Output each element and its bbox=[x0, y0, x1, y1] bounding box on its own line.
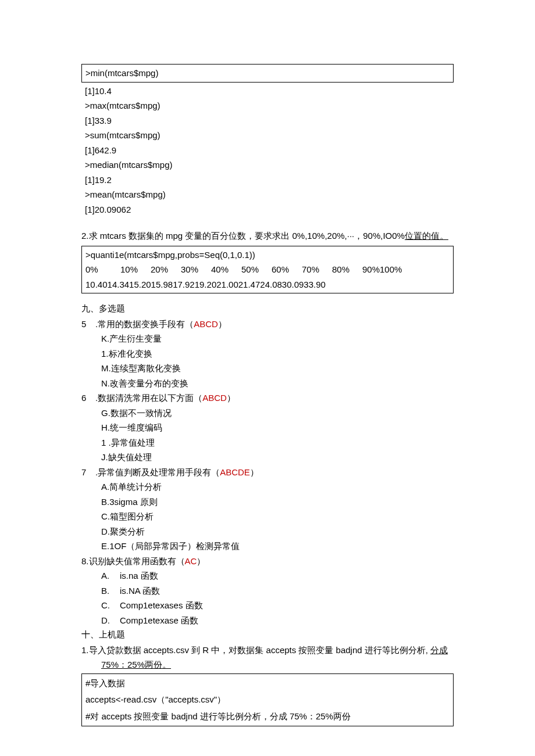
answer-text: ABCD bbox=[194, 319, 218, 329]
q-close: ） bbox=[218, 319, 227, 329]
option-text: Comp1etexases 函数 bbox=[120, 598, 203, 613]
code-line: accepts<-read.csv（"accepts.csv"） bbox=[85, 691, 450, 708]
code-box-quantile: >quanti1e(mtcars$mpg,probs=Seq(0,1,0.1))… bbox=[81, 246, 454, 294]
code-line: [1]33.9 bbox=[85, 113, 450, 128]
option: B. is.NA 函数 bbox=[81, 583, 454, 599]
q-number: 5 bbox=[81, 317, 90, 332]
q-stem: .异常值判断及处理常用手段有（ bbox=[95, 467, 220, 477]
q-text: .数据清洗常用在以下方面（ABCD） bbox=[95, 390, 236, 406]
q-stem: .常用的数据变换手段有（ bbox=[95, 319, 194, 329]
option: E.1OF（局部异常因子）检测异常值 bbox=[81, 539, 454, 554]
question-5: 5 .常用的数据变换手段有（ABCD） bbox=[81, 317, 454, 332]
pct-label: 40% bbox=[211, 262, 241, 277]
option: C. Comp1etexases 函数 bbox=[81, 598, 454, 613]
option: J.缺失值处理 bbox=[81, 450, 454, 465]
option-letter: C. bbox=[101, 598, 112, 613]
code-line: >quanti1e(mtcars$mpg,probs=Seq(0,1,0.1)) bbox=[85, 248, 450, 263]
option-letter: A. bbox=[101, 568, 112, 583]
code-box-import: #导入数据 accepts<-read.csv（"accepts.csv"） #… bbox=[81, 673, 454, 727]
q10-underline-1: 分成 bbox=[430, 645, 448, 655]
q2-pre: 2.求 mtcars 数据集的 mpg 变量的百分位数，要求求出 0%,10%,… bbox=[81, 231, 405, 241]
code-line: >mean(mtcars$mpg) bbox=[85, 187, 450, 202]
q-number: 6 bbox=[81, 390, 90, 406]
code-line: >min(mtcars$mpg) bbox=[85, 66, 450, 81]
option: D.聚类分析 bbox=[81, 524, 454, 539]
q-close: ） bbox=[197, 556, 205, 566]
option: A. is.na 函数 bbox=[81, 568, 454, 583]
code-line: >median(mtcars$mpg) bbox=[85, 157, 450, 173]
percent-values-row: 10.4014.3415.2015.9817.9219.2021.0021.47… bbox=[85, 277, 450, 292]
pct-label: 90%100% bbox=[362, 262, 402, 277]
option: N.改善变量分布的变换 bbox=[81, 376, 454, 391]
q-number: 7 bbox=[81, 465, 90, 480]
pct-label: 60% bbox=[272, 262, 302, 277]
question-10-1: 1.导入贷款数据 accepts.csv 到 R 中，对数据集 accepts … bbox=[81, 643, 454, 658]
document-page: >min(mtcars$mpg) [1]10.4 >max(mtcars$mpg… bbox=[0, 0, 535, 756]
code-line: #导入数据 bbox=[85, 675, 450, 692]
option-text: is.NA 函数 bbox=[120, 583, 160, 599]
option: M.连续型离散化变换 bbox=[81, 361, 454, 376]
option: D. Comp1etexase 函数 bbox=[81, 613, 454, 628]
section-9-header: 九、多选题 bbox=[81, 302, 454, 317]
q10-pre: 1.导入贷款数据 accepts.csv 到 R 中，对数据集 accepts … bbox=[81, 645, 430, 655]
question-8: 8.识别缺失值常用函数有（AC） bbox=[81, 554, 454, 569]
pct-label: 30% bbox=[181, 262, 211, 277]
q-number: 8. bbox=[81, 556, 89, 566]
q10-underline-2: 75%：25%两份。 bbox=[101, 660, 171, 669]
q-stem: .数据清洗常用在以下方面（ bbox=[95, 393, 202, 403]
code-line: #对 accepts 按照变量 badjnd 进行等比例分析，分成 75%：25… bbox=[85, 708, 450, 725]
percent-header-row: 0% 10% 20% 30% 40% 50% 60% 70% 80% 90%10… bbox=[85, 262, 450, 277]
answer-text: ABCD bbox=[202, 393, 227, 403]
option-text: is.na 函数 bbox=[120, 568, 158, 583]
code-line: [1]10.4 bbox=[85, 84, 450, 99]
code-line: [1]20.09062 bbox=[85, 202, 450, 217]
option: 1 .异常值处理 bbox=[81, 435, 454, 450]
answer-text: AC bbox=[185, 556, 197, 566]
option-text: Comp1etexase 函数 bbox=[120, 613, 198, 628]
code-line: >sum(mtcars$mpg) bbox=[85, 128, 450, 143]
pct-label: 70% bbox=[302, 262, 332, 277]
option-letter: B. bbox=[101, 583, 112, 599]
question-7: 7 .异常值判断及处理常用手段有（ABCDE） bbox=[81, 465, 454, 480]
option: A.简单统计分析 bbox=[81, 479, 454, 495]
pct-label: 10% bbox=[120, 262, 151, 277]
code-line: [1]19.2 bbox=[85, 173, 450, 188]
code-line: [1]642.9 bbox=[85, 143, 450, 158]
code-line: >max(mtcars$mpg) bbox=[85, 98, 450, 113]
option: 1.标准化变换 bbox=[81, 346, 454, 361]
pct-label: 20% bbox=[151, 262, 181, 277]
pct-label: 0% bbox=[85, 262, 120, 277]
q-close: ） bbox=[227, 393, 236, 403]
q2-underline: 位置的值。 bbox=[405, 231, 448, 241]
question-2-text: 2.求 mtcars 数据集的 mpg 变量的百分位数，要求求出 0%,10%,… bbox=[81, 228, 454, 243]
answer-text: ABCDE bbox=[220, 467, 250, 477]
code-box-min: >min(mtcars$mpg) bbox=[81, 64, 454, 83]
q-close: ） bbox=[250, 467, 259, 477]
option: H.统一维度编码 bbox=[81, 420, 454, 435]
question-6: 6 .数据清洗常用在以下方面（ABCD） bbox=[81, 390, 454, 406]
option: B.3sigma 原则 bbox=[81, 495, 454, 510]
option-letter: D. bbox=[101, 613, 112, 628]
pct-label: 50% bbox=[241, 262, 272, 277]
section-10-header: 十、上机题 bbox=[81, 628, 454, 643]
code-output-block: [1]10.4 >max(mtcars$mpg) [1]33.9 >sum(mt… bbox=[81, 83, 454, 218]
option: K.产生衍生变量 bbox=[81, 331, 454, 346]
q-text: .异常值判断及处理常用手段有（ABCDE） bbox=[95, 465, 259, 480]
q-text: .常用的数据变换手段有（ABCD） bbox=[95, 317, 227, 332]
q-stem: 识别缺失值常用函数有（ bbox=[89, 556, 185, 566]
question-10-1-cont: 75%：25%两份。 bbox=[81, 657, 454, 672]
pct-label: 80% bbox=[332, 262, 362, 277]
option: C.箱型图分析 bbox=[81, 509, 454, 524]
option: G.数据不一致情况 bbox=[81, 406, 454, 421]
